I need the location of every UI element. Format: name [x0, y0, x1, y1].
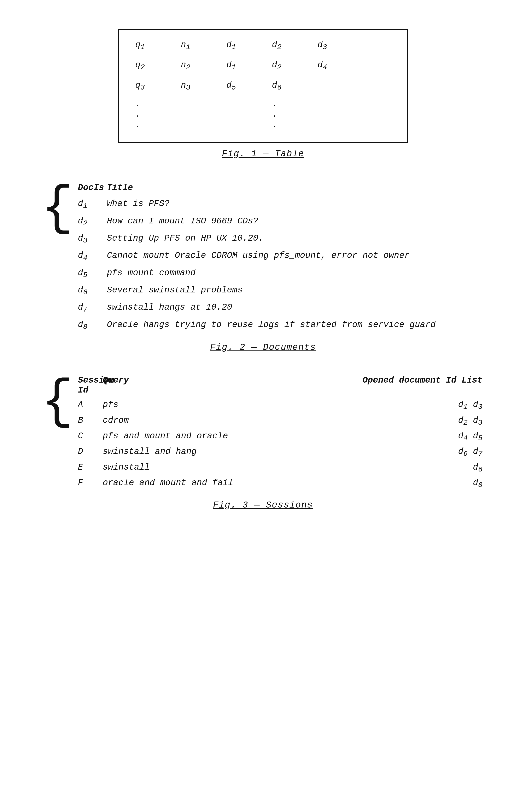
dot: ·: [135, 111, 181, 121]
session-opened-A: d1 d3: [243, 400, 485, 411]
dot: ·: [272, 121, 317, 132]
sessions-header-query: Query: [99, 375, 243, 395]
table-cell-q1: q1: [135, 40, 181, 52]
doc-id-d4: d4: [78, 249, 94, 263]
sessions-header-opened: Opened document Id List: [243, 375, 485, 395]
doc-id-d3: d3: [78, 232, 94, 246]
docs-header-row: DocIs Title: [78, 182, 485, 194]
doc-title-d1: What is PFS?: [107, 198, 485, 210]
table-cell-n2: n2: [181, 60, 226, 72]
session-query-C: pfs and mount and oracle: [99, 431, 243, 443]
doc-row-d5: d5 pfs_mount command: [78, 267, 485, 280]
doc-id-d7: d7: [78, 301, 94, 315]
table-cell-q2: q2: [135, 60, 181, 72]
doc-row-d7: d7 swinstall hangs at 10.20: [78, 301, 485, 315]
dots-cell-4: · · ·: [272, 101, 317, 132]
fig-label-3: Fig. 3 — Sessions: [41, 500, 485, 510]
session-id-A: A: [78, 400, 99, 411]
doc-row-d1: d1 What is PFS?: [78, 198, 485, 211]
session-query-B: cdrom: [99, 416, 243, 427]
table-cell-n3: n3: [181, 81, 226, 92]
doc-title-d4: Cannot mount Oracle CDROM using pfs_moun…: [107, 249, 485, 262]
session-id-E: E: [78, 462, 99, 474]
docs-section: { DocIs Title d1 What is PFS? d2 How can…: [41, 182, 485, 336]
doc-row-d8: d8 Oracle hangs trying to reuse logs if …: [78, 319, 485, 332]
dot: ·: [135, 121, 181, 132]
doc-row-d2: d2 How can I mount ISO 9669 CDs?: [78, 215, 485, 229]
session-row-E: E swinstall d6: [78, 462, 485, 474]
table-cell-d5: d5: [226, 81, 272, 92]
table-row: q2 n2 d1 d2 d4: [135, 60, 391, 72]
doc-title-d5: pfs_mount command: [107, 267, 485, 279]
table-box: q1 n1 d1 d2 d3 q2 n2 d1 d2 d4 q3 n3 d5 d…: [118, 29, 408, 143]
table-section: q1 n1 d1 d2 d3 q2 n2 d1 d2 d4 q3 n3 d5 d…: [118, 29, 408, 159]
table-cell-d1b: d1: [226, 60, 272, 72]
dots-row: · · · · · ·: [135, 101, 391, 132]
left-brace: {: [41, 182, 74, 236]
doc-id-d8: d8: [78, 319, 94, 332]
doc-title-d3: Setting Up PFS on HP UX 10.20.: [107, 232, 485, 245]
session-row-C: C pfs and mount and oracle d4 d5: [78, 431, 485, 443]
sessions-content: Session Id Query Opened document Id List…: [78, 375, 485, 493]
doc-title-d6: Several swinstall problems: [107, 284, 485, 296]
doc-id-d1: d1: [78, 198, 94, 211]
doc-id-d5: d5: [78, 267, 94, 280]
docs-header-id: DocIs: [78, 182, 94, 194]
table-cell-d2a: d2: [272, 40, 317, 52]
session-query-E: swinstall: [99, 462, 243, 474]
session-query-D: swinstall and hang: [99, 447, 243, 458]
session-opened-D: d6 d7: [243, 447, 485, 458]
table-cell-d4: d4: [317, 60, 363, 72]
doc-title-d7: swinstall hangs at 10.20: [107, 301, 485, 314]
table-cell-q3: q3: [135, 81, 181, 92]
session-opened-B: d2 d3: [243, 416, 485, 427]
session-id-D: D: [78, 447, 99, 458]
docs-header-title: Title: [107, 182, 485, 194]
sessions-section: { Session Id Query Opened document Id Li…: [41, 375, 485, 493]
fig-label-1: Fig. 1 — Table: [118, 149, 408, 159]
dot: ·: [135, 101, 181, 111]
session-row-B: B cdrom d2 d3: [78, 416, 485, 427]
session-row-D: D swinstall and hang d6 d7: [78, 447, 485, 458]
session-row-F: F oracle and mount and fail d8: [78, 478, 485, 489]
table-cell-n1: n1: [181, 40, 226, 52]
session-opened-C: d4 d5: [243, 431, 485, 443]
fig-label-2: Fig. 2 — Documents: [41, 342, 485, 352]
table-cell-d6: d6: [272, 81, 317, 92]
session-row-A: A pfs d1 d3: [78, 400, 485, 411]
dots-cell-1: · · ·: [135, 101, 181, 132]
doc-row-d3: d3 Setting Up PFS on HP UX 10.20.: [78, 232, 485, 246]
doc-id-d6: d6: [78, 284, 94, 298]
session-id-B: B: [78, 416, 99, 427]
session-opened-E: d6: [243, 462, 485, 474]
session-opened-F: d8: [243, 478, 485, 489]
table-cell-d3: d3: [317, 40, 363, 52]
table-row: q3 n3 d5 d6: [135, 81, 391, 92]
doc-id-d2: d2: [78, 215, 94, 229]
session-query-A: pfs: [99, 400, 243, 411]
docs-content: DocIs Title d1 What is PFS? d2 How can I…: [78, 182, 485, 336]
session-id-F: F: [78, 478, 99, 489]
sessions-header: Session Id Query Opened document Id List: [78, 375, 485, 395]
dot: ·: [272, 101, 317, 111]
doc-row-d6: d6 Several swinstall problems: [78, 284, 485, 298]
session-id-C: C: [78, 431, 99, 443]
doc-row-d4: d4 Cannot mount Oracle CDROM using pfs_m…: [78, 249, 485, 263]
table-row: q1 n1 d1 d2 d3: [135, 40, 391, 52]
left-brace-sessions: {: [41, 375, 74, 429]
doc-title-d2: How can I mount ISO 9669 CDs?: [107, 215, 485, 227]
table-cell-d1a: d1: [226, 40, 272, 52]
table-cell-d2b: d2: [272, 60, 317, 72]
dot: ·: [272, 111, 317, 121]
sessions-header-id: Session Id: [78, 375, 99, 395]
doc-title-d8: Oracle hangs trying to reuse logs if sta…: [107, 319, 485, 331]
session-query-F: oracle and mount and fail: [99, 478, 243, 489]
